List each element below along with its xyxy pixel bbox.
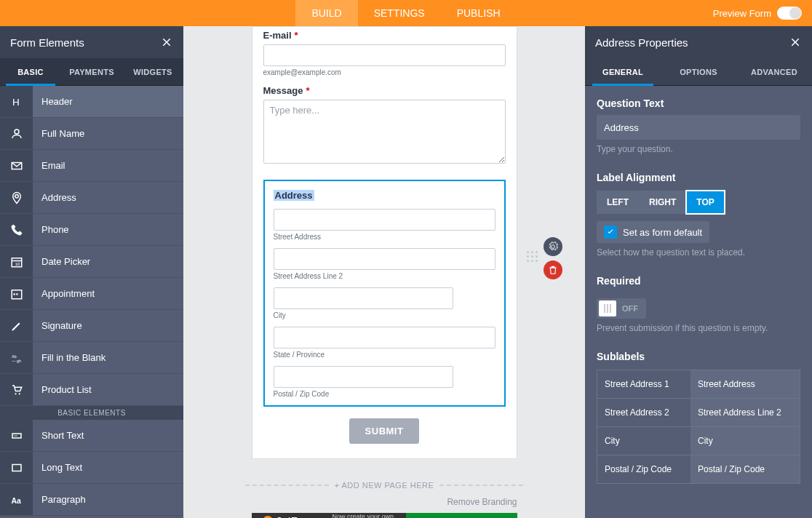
tab-settings[interactable]: SETTINGS <box>358 0 441 26</box>
required-hint: Prevent submission if this question is e… <box>597 323 800 333</box>
element-email[interactable]: Email <box>0 150 183 182</box>
tab-options[interactable]: OPTIONS <box>661 58 736 85</box>
drag-handle[interactable] <box>527 247 538 265</box>
top-nav: BUILD SETTINGS PUBLISH Preview Form <box>0 0 812 26</box>
element-fullname[interactable]: Full Name <box>0 118 183 150</box>
add-page[interactable]: + ADD NEW PAGE HERE <box>245 481 524 490</box>
tab-advanced[interactable]: ADVANCED <box>736 58 812 85</box>
element-address[interactable]: Address <box>0 182 183 214</box>
element-fillblank[interactable]: Ab— ghFill in the Blank <box>0 342 183 374</box>
pin-icon <box>0 182 33 213</box>
mail-icon <box>0 150 33 181</box>
required-title: Required <box>597 275 800 287</box>
set-default-label: Set as form default <box>623 227 702 238</box>
element-label: Appointment <box>33 288 95 299</box>
street2-sub: Street Address Line 2 <box>274 272 495 280</box>
element-label: Product List <box>33 384 92 395</box>
gear-icon[interactable] <box>544 237 562 256</box>
close-icon[interactable] <box>789 36 802 49</box>
shorttext-icon <box>0 420 33 451</box>
state-input[interactable] <box>274 327 495 348</box>
banner-cta[interactable]: Create your own JotForm <box>406 513 517 518</box>
align-top[interactable]: TOP <box>686 191 724 214</box>
subl-val[interactable]: Street Address <box>690 370 800 398</box>
question-text-title: Question Text <box>597 97 800 109</box>
set-default[interactable]: Set as form default <box>597 221 709 243</box>
banner-text: Now create your own JotForm - It's free! <box>328 513 407 518</box>
required-asterisk: * <box>295 30 298 41</box>
state-sub: State / Province <box>274 351 495 359</box>
tab-payments[interactable]: PAYMENTS <box>61 58 122 85</box>
element-header[interactable]: HHeader <box>0 86 183 118</box>
element-label: Signature <box>33 320 82 331</box>
question-text-hint: Type your question. <box>597 144 800 154</box>
element-shorttext[interactable]: Short Text <box>0 420 183 452</box>
align-left[interactable]: LEFT <box>597 191 639 214</box>
message-label: Message <box>263 85 303 96</box>
blank-icon: Ab— gh <box>0 342 33 373</box>
properties-title: Address Properties <box>595 36 688 49</box>
required-toggle[interactable]: OFF <box>597 298 646 319</box>
preview-label: Preview Form <box>713 8 771 19</box>
subl-val[interactable]: City <box>690 427 800 455</box>
tab-build[interactable]: BUILD <box>295 0 357 26</box>
address-block[interactable]: Address Street Address Street Address Li… <box>263 180 506 407</box>
add-page-label: + ADD NEW PAGE HERE <box>335 481 434 490</box>
tab-widgets[interactable]: WIDGETS <box>122 58 183 85</box>
email-label: E-mail <box>263 30 292 41</box>
user-icon <box>0 118 33 149</box>
align-hint: Select how the question text is placed. <box>597 247 800 258</box>
tab-publish[interactable]: PUBLISH <box>441 0 517 26</box>
element-label: Header <box>33 96 73 107</box>
subl-val[interactable]: Postal / Zip Code <box>690 455 800 483</box>
element-longtext[interactable]: Long Text <box>0 452 183 484</box>
jotform-logo: ✎JotForm <box>252 515 328 518</box>
city-input[interactable] <box>274 287 453 309</box>
section-label: BASIC ELEMENTS <box>0 406 183 420</box>
paragraph-icon: Aa <box>0 484 33 515</box>
element-phone[interactable]: Phone <box>0 214 183 246</box>
preview-toggle[interactable] <box>777 7 802 20</box>
postal-input[interactable] <box>274 366 453 388</box>
subl-val[interactable]: Street Address Line 2 <box>690 399 800 426</box>
element-signature[interactable]: Signature <box>0 310 183 342</box>
element-label: Address <box>33 192 76 203</box>
element-label: Email <box>33 160 65 171</box>
panel-title: Form Elements <box>10 36 84 49</box>
city-sub: City <box>274 311 495 319</box>
submit-button[interactable]: SUBMIT <box>349 418 420 444</box>
label-align-title: Label Alignment <box>597 172 800 183</box>
element-paragraph[interactable]: AaParagraph <box>0 484 183 516</box>
element-appointment[interactable]: Appointment <box>0 278 183 310</box>
header-icon: H <box>0 86 33 117</box>
email-input[interactable] <box>263 44 506 66</box>
tab-general[interactable]: GENERAL <box>585 58 661 85</box>
checkbox-icon <box>604 226 617 239</box>
jotform-banner: ✎JotForm Now create your own JotForm - I… <box>252 513 517 518</box>
phone-icon <box>0 214 33 245</box>
message-input[interactable] <box>263 100 506 164</box>
align-right[interactable]: RIGHT <box>639 191 686 214</box>
trash-icon[interactable] <box>544 260 562 279</box>
close-icon[interactable] <box>160 36 173 49</box>
svg-text:10: 10 <box>15 261 20 266</box>
svg-rect-8 <box>16 293 17 295</box>
question-text-input[interactable] <box>597 115 800 140</box>
remove-branding[interactable]: Remove Branding <box>252 497 517 507</box>
element-productlist[interactable]: Product List <box>0 374 183 406</box>
element-date[interactable]: 10Date Picker <box>0 246 183 278</box>
subl-key: City <box>597 427 690 455</box>
svg-text:Ab: Ab <box>12 354 17 359</box>
svg-rect-7 <box>13 293 15 295</box>
subl-key: Street Address 2 <box>597 399 690 426</box>
street2-input[interactable] <box>274 248 495 270</box>
pen-icon <box>0 310 33 341</box>
street-sub: Street Address <box>274 233 495 241</box>
street-input[interactable] <box>274 209 495 231</box>
element-label: Long Text <box>33 462 82 473</box>
tab-basic[interactable]: BASIC <box>0 58 61 85</box>
longtext-icon <box>0 452 33 483</box>
svg-point-12 <box>18 393 20 394</box>
appointment-icon <box>0 278 33 309</box>
element-label: Paragraph <box>33 494 86 505</box>
